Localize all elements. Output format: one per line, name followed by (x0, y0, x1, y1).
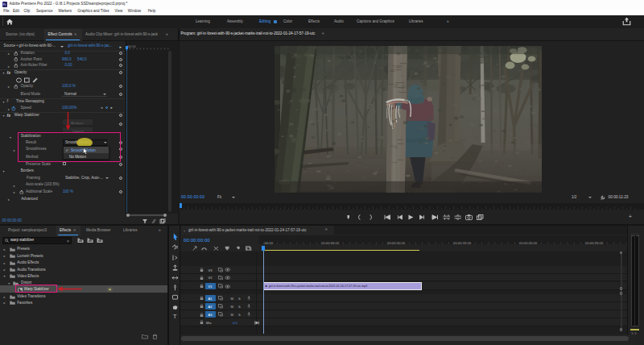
svg-text:T: T (172, 313, 176, 320)
